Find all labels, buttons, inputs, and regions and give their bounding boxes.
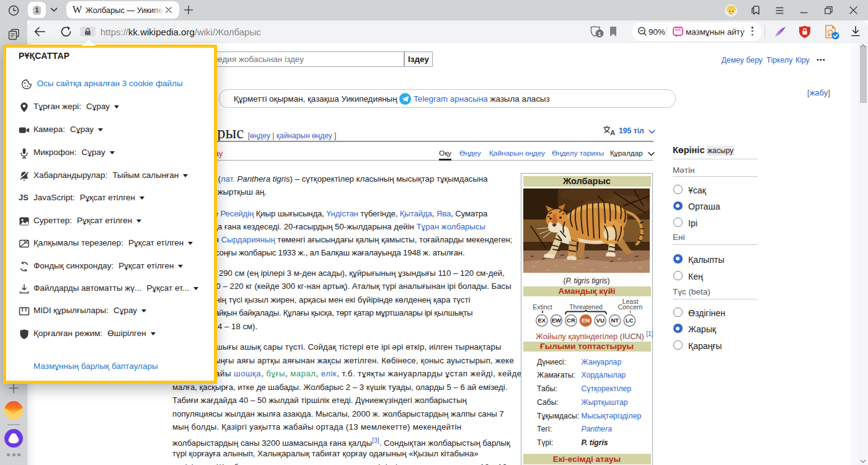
svg-text:VU: VU (596, 317, 604, 324)
svg-text:A: A (610, 129, 615, 136)
svg-text:““: ““ (675, 28, 681, 35)
svg-text:1: 1 (35, 6, 38, 14)
svg-text:EN: EN (582, 317, 590, 324)
svg-text:EW: EW (552, 317, 562, 324)
svg-text:EX: EX (538, 317, 546, 324)
svg-text:LC: LC (626, 317, 634, 324)
svg-text:1: 1 (598, 30, 601, 37)
svg-text:CR: CR (567, 317, 575, 324)
svg-text:NT: NT (611, 317, 619, 324)
